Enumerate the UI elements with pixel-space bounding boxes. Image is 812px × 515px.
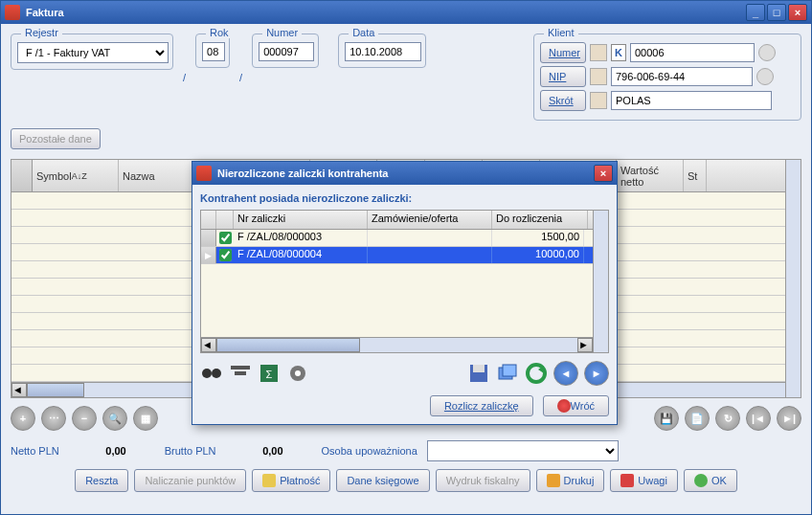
- gear-icon[interactable]: [286, 362, 309, 385]
- reszta-button[interactable]: Reszta: [75, 469, 128, 492]
- col-do-rozliczenia[interactable]: Do rozliczenia: [492, 211, 588, 229]
- main-titlebar: Faktura _ □ ×: [1, 1, 811, 24]
- save-disk-button[interactable]: 💾: [654, 406, 679, 431]
- dane-ksiegowe-button[interactable]: Dane księgowe: [336, 469, 429, 492]
- payment-icon: [262, 474, 276, 487]
- other-data-button[interactable]: Pozostałe dane: [11, 128, 101, 149]
- check-col: [216, 211, 234, 229]
- row-checkbox[interactable]: [216, 230, 234, 246]
- binoculars-icon[interactable]: [200, 362, 223, 385]
- client-legend: Klient: [544, 27, 578, 38]
- minimize-button[interactable]: _: [746, 4, 765, 21]
- naliczanie-button[interactable]: Naliczanie punktów: [134, 469, 246, 492]
- adv-scroll-right-icon[interactable]: ►: [577, 338, 593, 352]
- col-symbol[interactable]: Symbol A↓Z: [33, 160, 119, 191]
- number-group: Numer: [252, 34, 319, 68]
- advances-v-scrollbar[interactable]: [593, 211, 608, 352]
- nav-last-button[interactable]: ►|: [777, 406, 801, 431]
- grid-v-scrollbar[interactable]: [785, 160, 801, 397]
- search-button[interactable]: 🔍: [102, 406, 127, 431]
- scroll-left-icon[interactable]: ◄: [11, 383, 27, 397]
- client-short-button[interactable]: Skrót: [540, 90, 586, 111]
- svg-rect-2: [231, 366, 250, 369]
- nip-lookup-icon[interactable]: [590, 68, 607, 85]
- number-input[interactable]: [259, 42, 314, 61]
- cell-do-rozl: 10000,00: [492, 247, 584, 263]
- date-label: Data: [349, 27, 378, 38]
- row-checkbox[interactable]: [216, 247, 234, 263]
- cell-nr: F /ZAL/08/000003: [234, 230, 368, 246]
- drukuj-button[interactable]: Drukuj: [536, 469, 605, 492]
- netto-label: Netto PLN: [11, 445, 59, 457]
- cell-zam: [368, 230, 492, 246]
- nav-prev-button[interactable]: ◄: [553, 361, 578, 386]
- windows-icon[interactable]: [496, 362, 519, 385]
- ok-button[interactable]: OK: [684, 469, 737, 492]
- row-marker: ▶: [201, 247, 216, 263]
- ok-icon: [694, 474, 708, 487]
- marker-col: [201, 211, 216, 229]
- short-lookup-icon[interactable]: [590, 92, 607, 109]
- delete-row-button[interactable]: −: [72, 406, 97, 431]
- client-number-button[interactable]: Numer: [540, 42, 586, 63]
- adv-scroll-thumb[interactable]: [216, 338, 360, 352]
- nav-first-button[interactable]: |◄: [746, 406, 771, 431]
- svg-text:Σ: Σ: [266, 369, 273, 380]
- advances-h-scrollbar[interactable]: ◄ ►: [201, 337, 593, 352]
- close-button[interactable]: ×: [788, 4, 807, 21]
- client-lookup-icon[interactable]: [590, 44, 607, 61]
- maximize-button[interactable]: □: [767, 4, 786, 21]
- platnosc-button[interactable]: Płatność: [252, 469, 330, 492]
- add-row-button[interactable]: +: [11, 406, 35, 431]
- nav-next-button[interactable]: ►: [584, 361, 609, 386]
- back-icon: [557, 399, 571, 413]
- globe-icon[interactable]: [756, 68, 774, 85]
- reload-icon[interactable]: [525, 362, 548, 385]
- printer-icon: [547, 474, 560, 487]
- year-group: Rok: [195, 34, 230, 68]
- brutto-label: Brutto PLN: [165, 445, 216, 457]
- row-marker: [201, 230, 216, 246]
- refresh-button[interactable]: ↻: [715, 406, 740, 431]
- number-label: Numer: [262, 27, 302, 38]
- filter-icon[interactable]: [229, 362, 252, 385]
- date-input[interactable]: [345, 42, 421, 61]
- svg-rect-9: [473, 365, 485, 372]
- col-wartosc[interactable]: Wartość netto: [617, 160, 684, 191]
- client-number-input[interactable]: [630, 43, 755, 62]
- osoba-label: Osoba upoważniona: [322, 445, 417, 457]
- registry-select[interactable]: F /1 - Faktury VAT: [17, 42, 169, 63]
- scroll-thumb[interactable]: [27, 383, 84, 397]
- grid-config-button[interactable]: ▦: [133, 406, 158, 431]
- dialog-title: Nierozliczone zaliczki kontrahenta: [217, 168, 594, 179]
- netto-value: 0,00: [69, 445, 126, 457]
- year-input[interactable]: [202, 42, 225, 61]
- client-nip-button[interactable]: NIP: [540, 66, 586, 87]
- client-short-input[interactable]: [611, 91, 772, 110]
- col-zamowienie[interactable]: Zamówienie/oferta: [368, 211, 492, 229]
- rozlicz-button[interactable]: Rozlicz zaliczkę: [430, 395, 533, 416]
- advances-dialog: Nierozliczone zaliczki kontrahenta × Kon…: [192, 161, 618, 425]
- client-nip-input[interactable]: [611, 67, 753, 86]
- edit-row-button[interactable]: ⋯: [41, 406, 66, 431]
- dialog-titlebar: Nierozliczone zaliczki kontrahenta ×: [192, 162, 617, 185]
- dialog-message: Kontrahent posiada nierozliczone zaliczk…: [200, 192, 609, 204]
- svg-point-7: [295, 370, 301, 376]
- adv-scroll-left-icon[interactable]: ◄: [201, 338, 216, 352]
- wroc-button[interactable]: Wróć: [543, 395, 609, 416]
- wydruk-fiskalny-button[interactable]: Wydruk fiskalny: [436, 469, 530, 492]
- dialog-toolbar: Σ ◄ ►: [200, 361, 609, 386]
- year-label: Rok: [206, 27, 233, 38]
- copy-button[interactable]: 📄: [685, 406, 710, 431]
- advance-row[interactable]: F /ZAL/08/0000031500,00: [201, 230, 608, 247]
- svg-point-1: [212, 369, 221, 378]
- col-st[interactable]: St: [684, 160, 707, 191]
- save-icon[interactable]: [467, 362, 490, 385]
- sum-icon[interactable]: Σ: [258, 362, 281, 385]
- osoba-select[interactable]: [427, 440, 619, 461]
- dialog-close-button[interactable]: ×: [594, 165, 613, 182]
- col-nr-zaliczki[interactable]: Nr zaliczki: [234, 211, 368, 229]
- refresh-icon[interactable]: [758, 44, 776, 61]
- advance-row[interactable]: ▶F /ZAL/08/00000410000,00: [201, 247, 608, 264]
- uwagi-button[interactable]: Uwagi: [610, 469, 678, 492]
